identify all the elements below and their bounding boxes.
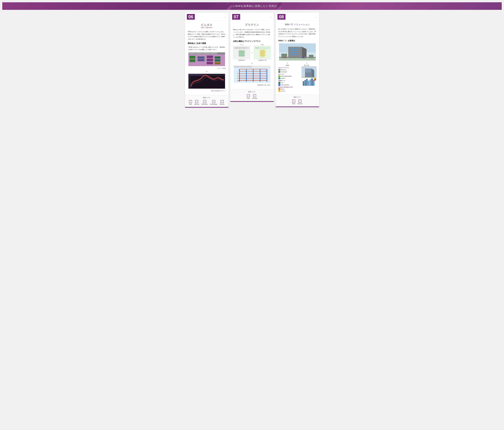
card-06-image1: [188, 52, 226, 67]
revit-label: Revit: [189, 104, 192, 105]
svg-rect-119: [308, 71, 309, 72]
soft-item-revit-07: ✓ Revit: [247, 94, 250, 99]
card-08-number: 08: [278, 14, 286, 20]
svg-rect-111: [308, 69, 309, 70]
tool-power-automate: P Power Automate: [278, 84, 301, 86]
card-07-body: プラグイン BIMをより使いやすくするための「プラグイン開発」をサポートいたしま…: [230, 21, 274, 89]
soft-item-revit-08: ✓ Revit: [292, 100, 295, 105]
svg-rect-46: [255, 47, 259, 49]
dynamo-label: Dynamo: [220, 104, 224, 105]
svg-rect-75: [239, 69, 267, 80]
card-06-image2: [188, 74, 226, 89]
nvidia-icon: N: [278, 75, 280, 77]
svg-rect-116: [310, 70, 311, 71]
soft-item-grasshopper: ✓ Grasshopper: [210, 100, 217, 105]
chatgpt-icon: C: [278, 78, 280, 79]
svg-rect-90: [289, 52, 291, 53]
card-06-dots: ...: [224, 16, 226, 18]
soft-item-rhinoceros: ✓ Rhinoceros: [201, 100, 208, 105]
card-07-description: BIMをより使いやすくするための「プラグイン開発」をサポートいたします。 自動配…: [233, 28, 271, 38]
svg-rect-93: [296, 52, 298, 53]
card-07-dots: ...: [269, 16, 272, 18]
svg-rect-81: [291, 48, 293, 49]
revit-check-08: ✓: [292, 100, 295, 103]
revit-label-07: Revit: [247, 98, 250, 99]
auto-label-2: ∨ 見える化: [304, 62, 309, 66]
rhinoceros-check: ✓: [203, 100, 206, 103]
card-06-title-ja: ビムタス: [188, 23, 226, 27]
auto-label-1: ∨ 自動化: [286, 62, 289, 66]
svg-rect-4: [203, 53, 210, 54]
tool-tableau: t tableau: [278, 88, 301, 90]
before-after-container: Before: [233, 44, 271, 61]
svg-rect-3: [196, 53, 203, 54]
svg-rect-9: [198, 59, 204, 61]
soft-item-revit: ✓ Revit: [189, 100, 192, 105]
before-label: Before: [233, 44, 250, 45]
card-08-description: 様々な外部サービスなどと連携することにより、業務効率の向上や省力化に繋がるソリュ…: [278, 28, 316, 38]
svg-rect-85: [289, 50, 291, 51]
card-06-caption1: パラメータ設定: [188, 68, 226, 69]
powerbi-icon: P: [278, 90, 280, 92]
before-after-arrow: ›: [251, 44, 253, 61]
svg-rect-94: [298, 52, 300, 53]
archicad-label: Archicad: [194, 104, 199, 105]
svg-rect-91: [291, 52, 293, 53]
svg-rect-11: [207, 59, 213, 61]
tool-chatgpt-label: ChatGPT: [281, 78, 286, 79]
svg-rect-95: [289, 54, 291, 55]
svg-rect-128: [310, 79, 311, 86]
dynamo-check: ✓: [221, 100, 224, 103]
tools-list: グラフィックツール R Rhinoceros G Grasshopper AIサ…: [278, 66, 301, 92]
tool-nvidia: N NVIDIA OMNIVERSE: [278, 75, 301, 77]
tool-rhinoceros-label: Rhinoceros: [281, 69, 287, 70]
svg-rect-105: [302, 57, 304, 58]
grasshopper-icon: G: [278, 71, 280, 73]
archicad-label-07: Archicad: [252, 98, 257, 99]
svg-rect-117: [306, 71, 306, 72]
card-07-compat-title: 対応ソフト: [233, 91, 271, 93]
svg-rect-61: [246, 66, 252, 68]
svg-rect-31: [234, 47, 238, 49]
svg-rect-113: [306, 70, 306, 71]
archicad-label-08: Archicad: [297, 103, 302, 105]
card-07: 07 ... プラグイン BIMをより使いやすくするための「プラグイン開発」をサ…: [230, 13, 274, 102]
card-06-section1-title: 開発後はご自身で調整: [188, 42, 226, 45]
svg-rect-84: [298, 48, 300, 49]
card-08-section1-title: BIMの「I」を最適化: [278, 40, 316, 43]
after-label: After: [254, 44, 271, 45]
svg-rect-98: [296, 54, 298, 55]
grasshopper-check: ✓: [212, 100, 215, 103]
auto-tool-label: 自動化ツール: [278, 80, 301, 81]
svg-rect-25: [189, 74, 193, 76]
power-automate-icon: P: [278, 84, 280, 86]
card-06-caption2: 複雑な3次曲線のデザイン: [188, 90, 226, 92]
svg-rect-99: [298, 54, 300, 55]
soft-item-dynamo: ✓ Dynamo: [220, 100, 224, 105]
card-07-compatible: 対応ソフト ✓ Revit ✓ Archicad: [230, 89, 274, 101]
card-06-footer-bar: [185, 107, 228, 108]
card-06-description: 手間のかかる「アルゴリズム開発」をサポートいたします。 複雑なルーバー形状、複雑…: [188, 31, 226, 40]
svg-rect-14: [215, 59, 220, 61]
card-08-title: BIM / IT ソリューション: [278, 23, 316, 26]
svg-rect-28: [189, 76, 190, 89]
before-box: Before: [233, 44, 250, 61]
svg-rect-112: [310, 69, 311, 70]
card-08-dots: ...: [315, 16, 317, 18]
svg-rect-115: [308, 70, 309, 71]
svg-rect-129: [311, 78, 313, 86]
svg-rect-60: [240, 66, 246, 68]
card-07-number: 07: [232, 14, 240, 20]
svg-rect-2: [189, 53, 196, 54]
tool-grasshopper: G Grasshopper: [278, 71, 301, 73]
archicad-check-08: ✓: [298, 100, 301, 103]
revit-label-08: Revit: [292, 103, 295, 105]
svg-rect-26: [194, 74, 198, 76]
card-08-title-ja: BIM / IT ソリューション: [278, 23, 316, 26]
tool-grasshopper-label: Grasshopper: [281, 71, 287, 72]
rhinoceros-icon: R: [278, 69, 280, 71]
card-07-arrow1: ∨: [233, 62, 271, 65]
soft-item-archicad: ✓ Archicad: [194, 100, 199, 105]
plugin-before-image: [233, 46, 250, 60]
svg-rect-89: [298, 50, 300, 51]
